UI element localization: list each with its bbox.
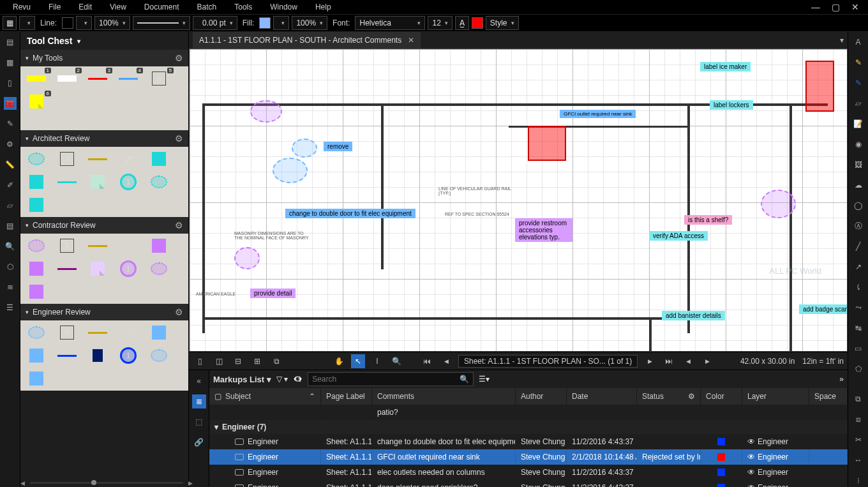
panel-thumbnails-icon[interactable]: ▦ (4, 56, 17, 69)
tab-menu-icon[interactable]: ▾ (840, 36, 848, 45)
select-icon[interactable]: ↖ (351, 354, 365, 368)
menu-window[interactable]: Window (261, 3, 306, 11)
tool-arc-icon[interactable]: ⤹ (852, 281, 865, 294)
tool-item-fill[interactable] (24, 260, 49, 277)
zoom-in-icon[interactable] (188, 478, 193, 487)
menu-view[interactable]: View (101, 3, 135, 11)
filter-icon[interactable]: ▽ ▾ (276, 375, 288, 384)
font-size-dropdown[interactable]: 12 (428, 16, 452, 30)
window-minimize-icon[interactable]: — (811, 2, 820, 12)
tool-item-pen[interactable] (86, 237, 110, 254)
tool-snapshot-icon[interactable]: ⧇ (852, 413, 865, 426)
tool-item-pen[interactable] (86, 324, 110, 341)
hide-markups-icon[interactable]: 👁‍🗨 (293, 375, 303, 384)
tool-highlight-icon[interactable]: ✎ (852, 56, 865, 69)
window-close-icon[interactable]: ✕ (851, 2, 859, 12)
callout[interactable]: is this a shelf? (684, 215, 732, 225)
col-layer[interactable]: Layer (742, 388, 809, 405)
panel-search-icon[interactable]: 🔍 (4, 240, 17, 253)
tool-item-highlight[interactable]: 1 (24, 70, 49, 87)
panel-settings-icon[interactable]: ⚙ (4, 138, 17, 151)
menu-revu[interactable]: Revu (4, 3, 40, 11)
tool-textbox-icon[interactable]: A (852, 36, 865, 49)
col-comments[interactable]: Comments (372, 388, 516, 405)
tool-item-fill[interactable] (24, 283, 49, 300)
tool-item-cloud[interactable] (24, 324, 49, 341)
tool-item-textbox[interactable]: A (55, 237, 79, 254)
col-color[interactable]: Color (701, 388, 742, 405)
tool-item-fill[interactable] (147, 151, 171, 167)
col-author[interactable]: Author (516, 388, 567, 405)
cloud-markup[interactable] (761, 190, 796, 218)
tool-item-dim[interactable]: ↔ (116, 324, 140, 341)
callout[interactable]: remove (324, 142, 352, 151)
toolchest-group-header[interactable]: ▾Engineer Review (20, 304, 188, 320)
tool-crop-icon[interactable]: ⧉ (852, 393, 865, 405)
tool-arrow-icon[interactable]: ↗ (852, 260, 865, 273)
links-icon[interactable]: 🔗 (192, 435, 206, 449)
panel-shapes-icon[interactable]: ▱ (4, 199, 17, 212)
tool-item-textbox[interactable]: A5 (147, 70, 171, 87)
callout[interactable]: add badge scann (799, 304, 848, 314)
line-width-field[interactable]: 0.00 pt (193, 16, 237, 30)
tool-item-textbox[interactable]: A (55, 151, 79, 167)
callout[interactable]: provide detail (250, 288, 296, 298)
callout[interactable]: label ice maker (700, 62, 751, 71)
expand-icon[interactable]: » (839, 375, 844, 384)
callout[interactable]: verify ADA access (649, 231, 708, 241)
callout[interactable]: change to double door to fit elec equipm… (285, 209, 415, 218)
select-text-icon[interactable]: I (370, 354, 384, 368)
gear-icon[interactable] (175, 307, 183, 317)
tool-item-ring[interactable]: 1 (116, 347, 140, 364)
cloud-markup[interactable] (250, 100, 282, 123)
tool-item-pen[interactable]: 4 (116, 70, 140, 87)
font-name-dropdown[interactable]: Helvetica (355, 16, 425, 30)
tool-item-fill[interactable] (24, 197, 49, 213)
tool-item-fill[interactable] (24, 347, 49, 364)
tool-item-cloud[interactable] (24, 151, 49, 167)
tool-accepted-icon[interactable]: Ⓐ (852, 220, 865, 232)
toolchest-group-header[interactable]: ▾Architect Review (20, 130, 188, 147)
tool-item-line[interactable] (55, 347, 79, 364)
tool-image-icon[interactable]: 🖼 (852, 158, 865, 171)
menu-document[interactable]: Document (135, 3, 188, 11)
line-style-dropdown[interactable] (133, 16, 190, 30)
profile-icon[interactable]: ▦ (3, 16, 17, 30)
line-color-swatch[interactable] (62, 17, 73, 29)
zoom-icon[interactable]: 🔍 (389, 354, 403, 368)
tool-item-arrow[interactable]: ↗ (116, 151, 140, 167)
tool-item-fill[interactable] (147, 237, 171, 254)
tool-item-cloud[interactable] (147, 347, 171, 364)
tool-item-pen[interactable]: 3 (86, 70, 110, 87)
tool-item-cloud[interactable] (24, 237, 49, 254)
line-opacity-dropdown[interactable]: 100% (94, 16, 130, 30)
toolchest-group-header[interactable]: ▾Contractor Review (20, 217, 188, 234)
tool-item-line[interactable] (55, 174, 79, 190)
tool-item-highlight[interactable]: 2 (55, 70, 79, 87)
tool-cut-icon[interactable]: ✂ (852, 433, 865, 446)
markups-search-input[interactable] (312, 375, 460, 384)
tool-item-sticky[interactable]: 6 (24, 93, 49, 110)
split-horz-icon[interactable]: ⊟ (231, 354, 245, 368)
markups-row[interactable]: EngineerSheet: A1.1.1 -...GFCI outlet re… (209, 449, 848, 465)
red-patch[interactable] (528, 126, 566, 161)
markups-row[interactable]: EngineerSheet: A1.1.1 -...does planter n… (209, 480, 848, 487)
tool-item-sticky[interactable] (86, 260, 110, 277)
tool-item-cloud[interactable] (147, 174, 171, 190)
col-subject[interactable]: ▢ Subject⌃ (209, 388, 321, 405)
fill-color-swatch[interactable] (259, 17, 271, 29)
cloud-markup[interactable] (234, 247, 260, 269)
tool-dimension-icon[interactable]: ↹ (852, 322, 865, 334)
tool-item-ring[interactable]: 1 (116, 260, 140, 277)
line-color-dropdown[interactable] (76, 16, 92, 30)
nav-fwd-icon[interactable] (700, 354, 714, 368)
col-page[interactable]: Page Label (321, 388, 372, 405)
tool-item-fill[interactable] (147, 324, 171, 341)
fill-opacity-dropdown[interactable]: 100% (292, 16, 327, 30)
zoom-out-icon[interactable] (20, 478, 25, 487)
markups-list-icon[interactable]: ≣ (192, 394, 206, 408)
tool-rect-icon[interactable]: ▭ (852, 342, 865, 355)
callout[interactable]: label lockers (710, 100, 753, 110)
pan-icon[interactable]: ✋ (332, 354, 346, 368)
search-icon[interactable]: 🔍 (460, 375, 469, 384)
